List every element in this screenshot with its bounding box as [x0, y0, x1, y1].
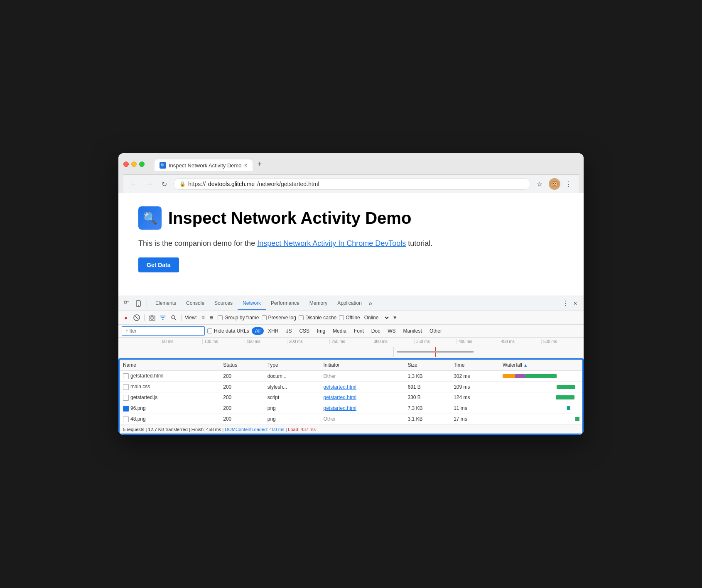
cell-initiator[interactable]: getstarted.html	[320, 403, 405, 414]
disable-cache-label: Disable cache	[305, 315, 336, 321]
filter-css-button[interactable]: CSS	[296, 327, 313, 335]
devtools-close-button[interactable]: ×	[570, 299, 580, 309]
url-protocol: https://	[188, 181, 206, 187]
cell-size: 330 B	[404, 392, 450, 403]
tab-elements[interactable]: Elements	[150, 297, 181, 310]
filter-img-button[interactable]: Img	[314, 327, 329, 335]
tab-application[interactable]: Application	[332, 297, 367, 310]
browser-window: 🔍 Inspect Network Activity Demo × + ← → …	[118, 153, 584, 434]
tab-performance[interactable]: Performance	[266, 297, 304, 310]
filter-manifest-button[interactable]: Manifest	[400, 327, 425, 335]
offline-checkbox[interactable]	[339, 315, 344, 320]
mark-50ms: 50 ms	[160, 339, 202, 344]
cell-size: 1.3 KB	[404, 371, 450, 382]
back-button[interactable]: ←	[128, 178, 140, 190]
cell-time: 302 ms	[450, 371, 499, 382]
group-by-frame-checkbox[interactable]	[218, 315, 223, 320]
get-data-button[interactable]: Get Data	[138, 257, 179, 272]
table-row[interactable]: getstarted.html200docum...Other1.3 KB302…	[120, 371, 582, 382]
filter-ws-button[interactable]: WS	[384, 327, 399, 335]
mark-400ms: 400 ms	[457, 339, 499, 344]
blue-marker-line	[393, 347, 393, 357]
throttle-dropdown-icon[interactable]: ▼	[393, 315, 398, 321]
filter-other-button[interactable]: Other	[426, 327, 445, 335]
view-label: View:	[185, 315, 197, 321]
reload-button[interactable]: ↻	[158, 178, 170, 190]
preserve-log-checkbox[interactable]	[262, 315, 267, 320]
disable-cache-checkbox[interactable]	[299, 315, 304, 320]
view-list-button[interactable]: ≡	[199, 314, 207, 321]
screenshot-button[interactable]	[148, 314, 156, 322]
status-transferred: 12.7 KB transferred	[148, 427, 187, 432]
view-tree-button[interactable]: ≣	[208, 314, 215, 321]
devtools-panel: Elements Console Sources Network Perform…	[118, 296, 584, 434]
cell-type: script	[264, 392, 320, 403]
url-path: /network/getstarted.html	[257, 181, 319, 187]
table-row[interactable]: getstarted.js200scriptgetstarted.html330…	[120, 392, 582, 403]
cell-waterfall	[499, 403, 582, 414]
devtools-link[interactable]: Inspect Network Activity In Chrome DevTo…	[257, 239, 406, 247]
tab-network[interactable]: Network	[238, 297, 266, 310]
col-header-initiator: Initiator	[320, 360, 405, 371]
cell-initiator[interactable]: getstarted.html	[320, 392, 405, 403]
devtools-menu-button[interactable]: ⋮	[560, 299, 570, 309]
forward-button[interactable]: →	[143, 178, 155, 190]
new-tab-button[interactable]: +	[253, 157, 266, 171]
throttle-select[interactable]: Online Fast 3G Slow 3G Offline	[363, 314, 390, 321]
more-tabs-button[interactable]: »	[368, 300, 372, 307]
cell-type: docum...	[264, 371, 320, 382]
filter-all-button[interactable]: All	[252, 327, 264, 335]
mark-150ms: 150 ms	[245, 339, 287, 344]
close-button[interactable]	[123, 162, 129, 167]
tab-sources[interactable]: Sources	[209, 297, 238, 310]
hide-data-urls-group: Hide data URLs	[207, 328, 249, 334]
svg-line-5	[135, 316, 138, 319]
tab-console[interactable]: Console	[181, 297, 209, 310]
table-row[interactable]: 48.png200pngOther3.1 KB17 ms	[120, 414, 582, 424]
cell-size: 7.3 KB	[404, 403, 450, 414]
device-toolbar-button[interactable]	[133, 299, 143, 309]
clear-button[interactable]	[133, 314, 141, 322]
search-button[interactable]	[169, 314, 178, 322]
url-bar[interactable]: 🔒 https://devtools.glitch.me/network/get…	[173, 178, 530, 190]
maximize-button[interactable]	[139, 162, 145, 167]
table-row[interactable]: 96.png200pnggetstarted.html7.3 KB11 ms	[120, 403, 582, 414]
cell-time: 11 ms	[450, 403, 499, 414]
svg-point-7	[151, 317, 153, 319]
bookmark-button[interactable]: ☆	[534, 178, 545, 190]
minimize-button[interactable]	[131, 162, 137, 167]
record-button[interactable]: ●	[122, 314, 130, 322]
tab-memory[interactable]: Memory	[304, 297, 332, 310]
page-title: Inspect Network Activity Demo	[168, 209, 411, 228]
active-tab[interactable]: 🔍 Inspect Network Activity Demo ×	[155, 159, 253, 171]
cell-initiator[interactable]: getstarted.html	[320, 382, 405, 392]
page-icon: 🔍	[138, 206, 162, 230]
profile-button[interactable]: 🐵	[549, 178, 560, 190]
offline-label: Offline	[346, 315, 360, 321]
filter-font-button[interactable]: Font	[351, 327, 367, 335]
filter-doc-button[interactable]: Doc	[368, 327, 383, 335]
filter-xhr-button[interactable]: XHR	[265, 327, 282, 335]
filter-media-button[interactable]: Media	[329, 327, 350, 335]
cell-status: 200	[220, 371, 264, 382]
col-header-size: Size	[404, 360, 450, 371]
cell-status: 200	[220, 403, 264, 414]
lock-icon: 🔒	[179, 181, 186, 187]
inspect-element-button[interactable]	[122, 299, 132, 309]
cell-waterfall	[499, 392, 582, 403]
page-heading: 🔍 Inspect Network Activity Demo	[138, 206, 564, 230]
load-label: Load:	[288, 427, 299, 432]
hide-data-urls-checkbox[interactable]	[207, 328, 212, 333]
timeline-ruler: 50 ms 100 ms 150 ms 200 ms 250 ms 300 ms…	[160, 339, 584, 344]
desc-before: This is the companion demo for the	[138, 239, 257, 247]
filter-button[interactable]	[159, 314, 167, 322]
cell-initiator: Other	[320, 414, 405, 424]
table-row[interactable]: main.css200stylesh...getstarted.html691 …	[120, 382, 582, 392]
filter-input[interactable]	[122, 326, 205, 336]
dom-content-loaded-label[interactable]: DOMContentLoaded:	[225, 427, 268, 432]
load-value: 437 ms	[301, 427, 316, 432]
tab-close-button[interactable]: ×	[244, 162, 248, 169]
browser-menu-button[interactable]: ⋮	[564, 179, 574, 189]
col-header-time: Time	[450, 360, 499, 371]
filter-js-button[interactable]: JS	[282, 327, 295, 335]
